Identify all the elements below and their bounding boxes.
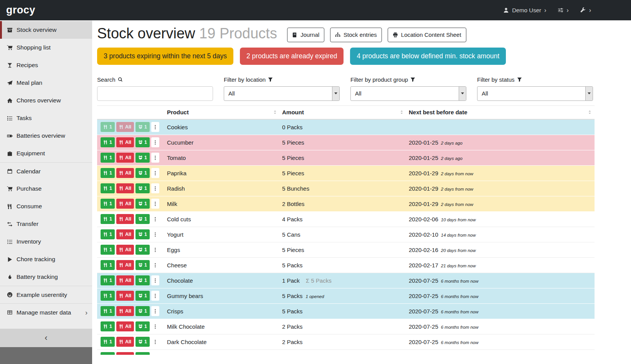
column-header-amount[interactable]: Amount	[280, 105, 406, 119]
open-one-button[interactable]: 1	[135, 306, 150, 316]
row-menu-button[interactable]	[151, 122, 159, 132]
consume-all-button[interactable]: All	[116, 153, 134, 163]
sidebar-collapse-button[interactable]: ‹	[0, 329, 92, 347]
sidebar-item-manage-master-data[interactable]: Manage master data ›	[0, 303, 92, 321]
consume-one-button[interactable]: 1	[101, 199, 115, 209]
row-menu-button[interactable]	[151, 245, 159, 255]
location-content-sheet-button[interactable]: Location Content Sheet	[388, 28, 466, 42]
consume-one-button[interactable]: 1	[101, 260, 115, 270]
open-one-button[interactable]: 1	[135, 245, 150, 255]
consume-one-button[interactable]: 1	[101, 275, 115, 285]
sidebar-item-shopping-list[interactable]: Shopping list	[0, 39, 92, 56]
consume-one-button[interactable]: 1	[101, 352, 115, 355]
open-one-button[interactable]: 1	[135, 337, 150, 347]
consume-all-button[interactable]: All	[116, 122, 134, 132]
consume-all-button[interactable]: All	[116, 291, 134, 301]
open-one-button[interactable]: 1	[135, 229, 150, 239]
actions-cell: 1 All 1	[97, 242, 165, 257]
consume-all-button[interactable]: All	[116, 137, 134, 147]
consume-one-button[interactable]: 1	[101, 122, 115, 132]
sidebar-item-stock-overview[interactable]: Stock overview	[0, 21, 92, 39]
consume-all-button[interactable]: All	[116, 199, 134, 209]
sidebar-item-transfer[interactable]: Transfer	[0, 215, 92, 233]
settings-menu[interactable]: ›	[558, 7, 568, 13]
consume-all-button[interactable]: All	[116, 168, 134, 178]
journal-button[interactable]: Journal	[287, 28, 324, 42]
row-menu-button[interactable]	[151, 352, 159, 355]
status-select[interactable]: All	[477, 86, 593, 101]
open-one-button[interactable]: 1	[135, 352, 150, 355]
open-one-button[interactable]: 1	[135, 122, 150, 132]
consume-one-button[interactable]: 1	[101, 337, 115, 347]
sidebar-item-equipment[interactable]: Equipment	[0, 145, 92, 162]
sidebar-item-inventory[interactable]: Inventory	[0, 233, 92, 250]
row-menu-button[interactable]	[151, 137, 159, 147]
row-menu-button[interactable]	[151, 168, 159, 178]
row-menu-button[interactable]	[151, 229, 159, 239]
consume-one-button[interactable]: 1	[101, 137, 115, 147]
open-one-button[interactable]: 1	[135, 260, 150, 270]
alert-expired[interactable]: 2 products are already expired	[240, 48, 344, 65]
consume-one-button[interactable]: 1	[101, 183, 115, 193]
open-one-button[interactable]: 1	[135, 168, 150, 178]
row-menu-button[interactable]	[151, 337, 159, 347]
consume-all-button[interactable]: All	[116, 352, 134, 355]
row-menu-button[interactable]	[151, 275, 159, 285]
row-menu-button[interactable]	[151, 321, 159, 331]
user-menu[interactable]: Demo User ›	[503, 7, 546, 13]
row-menu-button[interactable]	[151, 153, 159, 163]
column-header-next-best-before-date[interactable]: Next best before date	[406, 105, 595, 119]
sidebar-item-calendar[interactable]: Calendar	[0, 162, 92, 180]
consume-all-button[interactable]: All	[116, 214, 134, 224]
alert-below-min-stock[interactable]: 4 products are below defined min. stock …	[350, 48, 506, 65]
consume-all-button[interactable]: All	[116, 229, 134, 239]
open-one-button[interactable]: 1	[135, 321, 150, 331]
row-menu-button[interactable]	[151, 291, 159, 301]
consume-one-button[interactable]: 1	[101, 321, 115, 331]
column-header-product[interactable]: Product	[165, 105, 280, 119]
product-group-select[interactable]: All	[350, 86, 466, 101]
open-one-button[interactable]: 1	[135, 214, 150, 224]
sidebar-item-chores-overview[interactable]: Chores overview	[0, 92, 92, 109]
consume-one-button[interactable]: 1	[101, 229, 115, 239]
sidebar-item-chore-tracking[interactable]: Chore tracking	[0, 250, 92, 268]
consume-all-button[interactable]: All	[116, 245, 134, 255]
open-one-button[interactable]: 1	[135, 137, 150, 147]
consume-all-button[interactable]: All	[116, 260, 134, 270]
row-menu-button[interactable]	[151, 214, 159, 224]
consume-all-button[interactable]: All	[116, 321, 134, 331]
row-menu-button[interactable]	[151, 183, 159, 193]
app-logo[interactable]: grocy	[6, 4, 35, 16]
consume-one-button[interactable]: 1	[101, 306, 115, 316]
row-menu-button[interactable]	[151, 260, 159, 270]
sidebar-item-purchase[interactable]: Purchase	[0, 180, 92, 198]
sidebar-item-tasks[interactable]: Tasks	[0, 109, 92, 127]
open-one-button[interactable]: 1	[135, 275, 150, 285]
row-menu-button[interactable]	[151, 306, 159, 316]
open-one-button[interactable]: 1	[135, 199, 150, 209]
sidebar-item-battery-tracking[interactable]: Battery tracking	[0, 268, 92, 286]
sidebar-item-consume[interactable]: Consume	[0, 198, 92, 215]
sidebar-item-recipes[interactable]: Recipes	[0, 56, 92, 74]
sidebar-item-example-userentity[interactable]: Example userentity	[0, 286, 92, 303]
consume-one-button[interactable]: 1	[101, 214, 115, 224]
open-one-button[interactable]: 1	[135, 153, 150, 163]
consume-all-button[interactable]: All	[116, 337, 134, 347]
location-select[interactable]: All	[224, 86, 340, 101]
admin-menu[interactable]: ›	[580, 7, 591, 13]
consume-all-button[interactable]: All	[116, 275, 134, 285]
consume-one-button[interactable]: 1	[101, 168, 115, 178]
sidebar-item-batteries-overview[interactable]: Batteries overview	[0, 127, 92, 145]
consume-all-button[interactable]: All	[116, 306, 134, 316]
consume-one-button[interactable]: 1	[101, 291, 115, 301]
consume-one-button[interactable]: 1	[101, 245, 115, 255]
sidebar-item-meal-plan[interactable]: Meal plan	[0, 74, 92, 92]
consume-one-button[interactable]: 1	[101, 153, 115, 163]
alert-expiring-soon[interactable]: 3 products expiring within the next 5 da…	[97, 48, 233, 65]
stock-entries-button[interactable]: Stock entries	[330, 28, 382, 42]
search-input[interactable]	[97, 86, 213, 101]
open-one-button[interactable]: 1	[135, 291, 150, 301]
open-one-button[interactable]: 1	[135, 183, 150, 193]
consume-all-button[interactable]: All	[116, 183, 134, 193]
row-menu-button[interactable]	[151, 199, 159, 209]
